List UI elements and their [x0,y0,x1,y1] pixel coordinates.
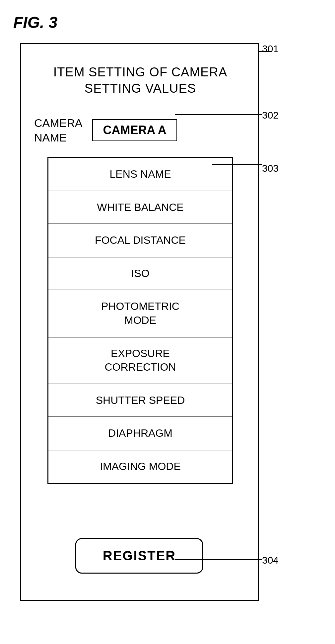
setting-item-diaphragm[interactable]: DIAPHRAGM [48,417,232,450]
figure-label: FIG. 3 [13,13,57,32]
setting-item-imaging-mode[interactable]: IMAGING MODE [48,450,232,483]
setting-item-lens-name[interactable]: LENS NAME [48,158,232,191]
setting-item-focal-distance[interactable]: FOCAL DISTANCE [48,224,232,257]
camera-name-label: CAMERANAME [34,116,82,145]
setting-item-exposure-correction[interactable]: EXPOSURECORRECTION [48,337,232,384]
annotation-label-302: 302 [262,110,279,121]
main-panel: ITEM SETTING OF CAMERA SETTING VALUES CA… [20,43,259,601]
panel-title: ITEM SETTING OF CAMERA SETTING VALUES [34,64,246,97]
camera-name-section: CAMERANAME CAMERA A [34,116,177,145]
annotation-label-303: 303 [262,163,279,174]
page-container: FIG. 3 ITEM SETTING OF CAMERA SETTING VA… [0,0,335,644]
setting-item-iso[interactable]: ISO [48,257,232,291]
register-button[interactable]: REGISTER [75,538,203,574]
setting-item-white-balance[interactable]: WHITE BALANCE [48,191,232,225]
camera-name-value[interactable]: CAMERA A [92,119,177,141]
annotation-label-301: 301 [262,43,279,54]
setting-item-shutter-speed[interactable]: SHUTTER SPEED [48,384,232,417]
setting-item-photometric-mode[interactable]: PHOTOMETRICMODE [48,290,232,337]
annotation-label-304: 304 [262,555,279,566]
settings-list-box: LENS NAME WHITE BALANCE FOCAL DISTANCE I… [47,157,233,484]
